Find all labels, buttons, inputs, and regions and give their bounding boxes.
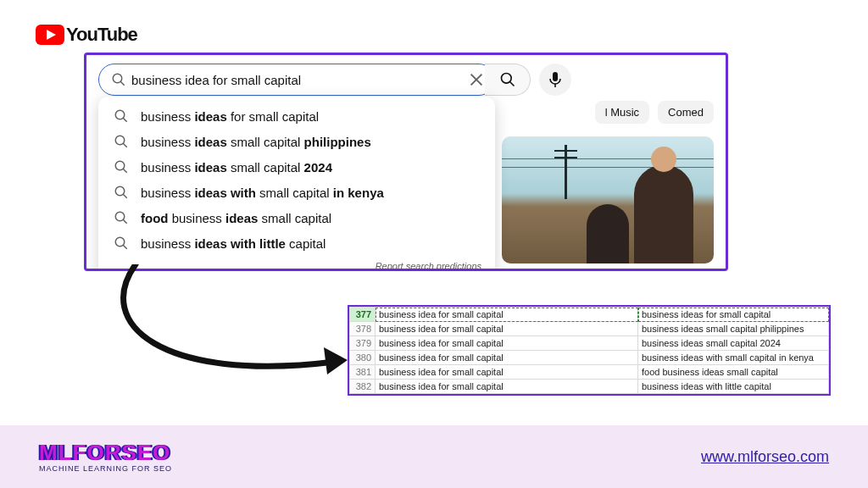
search-suggestion[interactable]: business ideas with small capital in ken… [98, 180, 495, 205]
query-cell[interactable]: business idea for small capital [376, 336, 638, 351]
svg-line-13 [123, 143, 127, 147]
row-number: 382 [350, 380, 376, 394]
clear-icon[interactable] [467, 70, 486, 89]
search-icon [111, 72, 126, 87]
search-suggestion[interactable]: business ideas small capital philippines [98, 129, 495, 154]
search-icon [114, 210, 129, 225]
voice-search-button[interactable] [539, 64, 571, 96]
svg-point-12 [115, 136, 125, 145]
query-cell[interactable]: business idea for small capital [376, 322, 638, 336]
suggestion-text: business ideas with little capital [141, 236, 326, 251]
youtube-logo: YouTube [36, 24, 137, 46]
query-cell[interactable]: business idea for small capital [376, 365, 638, 380]
footer-bar: MLFORSEO MACHINE LEARNING FOR SEO www.ml… [0, 425, 868, 488]
search-icon [114, 236, 129, 251]
suggestion-cell[interactable]: business ideas with small capital in ken… [638, 351, 829, 365]
video-thumbnail[interactable] [502, 136, 714, 263]
report-predictions-link[interactable]: Report search predictions [98, 256, 495, 271]
table-row[interactable]: 378business idea for small capitalbusine… [350, 322, 829, 336]
arrow-annotation [110, 264, 364, 391]
chip[interactable]: Comed [658, 101, 714, 124]
brand-name: MLFORSEO [39, 441, 172, 463]
row-number: 380 [350, 351, 376, 365]
spreadsheet-table: 377business idea for small capitalbusine… [349, 307, 829, 394]
spreadsheet-panel: 377business idea for small capitalbusine… [348, 305, 831, 396]
svg-point-16 [115, 186, 125, 196]
search-icon [114, 108, 129, 124]
suggestion-text: business ideas small capital 2024 [141, 160, 332, 175]
search-box[interactable] [98, 64, 495, 96]
svg-line-19 [123, 219, 127, 224]
search-button[interactable] [485, 64, 531, 96]
search-suggestions-dropdown: business ideas for small capital busines… [98, 97, 495, 271]
svg-line-7 [509, 82, 514, 86]
svg-line-17 [123, 194, 127, 198]
suggestion-cell[interactable]: food business ideas small capital [638, 365, 829, 380]
suggestion-text: business ideas small capital philippines [141, 135, 371, 149]
search-suggestion[interactable]: business ideas small capital 2024 [98, 154, 495, 180]
search-icon [114, 134, 129, 149]
suggestion-cell[interactable]: business ideas small capital 2024 [638, 336, 829, 351]
youtube-play-icon [36, 25, 64, 45]
search-suggestion[interactable]: business ideas for small capital [98, 103, 495, 129]
query-cell[interactable]: business idea for small capital [376, 380, 638, 394]
row-number: 378 [350, 322, 376, 336]
chip[interactable]: l Music [595, 101, 649, 124]
svg-point-20 [115, 237, 125, 247]
table-row[interactable]: 379business idea for small capitalbusine… [350, 336, 829, 351]
svg-point-6 [501, 74, 511, 84]
table-row[interactable]: 381business idea for small capitalfood b… [350, 365, 829, 380]
mlforseo-logo: MLFORSEO MACHINE LEARNING FOR SEO [39, 441, 172, 473]
brand-tagline: MACHINE LEARNING FOR SEO [39, 465, 172, 473]
footer-link[interactable]: www.mlforseo.com [701, 448, 829, 466]
search-suggestion[interactable]: business ideas with little capital [98, 230, 495, 256]
svg-point-2 [113, 74, 122, 83]
suggestion-cell[interactable]: business ideas for small capital [638, 308, 829, 322]
suggestion-cell[interactable]: business ideas small capital philippines [638, 322, 829, 336]
row-number: 377 [350, 308, 376, 322]
query-cell[interactable]: business idea for small capital [376, 351, 638, 365]
query-cell[interactable]: business idea for small capital [376, 308, 638, 322]
table-row[interactable]: 382business idea for small capitalbusine… [350, 380, 829, 394]
svg-point-18 [115, 212, 125, 221]
search-row [86, 55, 726, 96]
svg-line-21 [123, 245, 127, 249]
svg-point-10 [115, 110, 125, 119]
svg-line-15 [123, 169, 127, 173]
suggestion-text: business ideas with small capital in ken… [141, 186, 384, 200]
row-number: 381 [350, 365, 376, 380]
suggestion-cell[interactable]: business ideas with little capital [638, 380, 829, 394]
search-icon [114, 185, 129, 200]
svg-line-3 [120, 81, 125, 86]
svg-point-14 [115, 161, 125, 170]
microphone-icon [548, 71, 562, 88]
svg-line-11 [123, 118, 127, 122]
suggestion-text: food business ideas small capital [141, 211, 331, 225]
search-icon [499, 71, 516, 88]
table-row[interactable]: 377business idea for small capitalbusine… [350, 308, 829, 322]
youtube-label: YouTube [66, 24, 137, 46]
svg-marker-22 [324, 347, 348, 374]
suggestion-text: business ideas for small capital [141, 109, 319, 124]
search-suggestion[interactable]: food business ideas small capital [98, 205, 495, 230]
search-input[interactable] [126, 73, 467, 87]
svg-rect-8 [553, 72, 558, 81]
row-number: 379 [350, 336, 376, 351]
table-row[interactable]: 380business idea for small capitalbusine… [350, 351, 829, 365]
category-chips: l Music Comed [595, 101, 714, 124]
youtube-search-screenshot: l Music Comed business ideas for small c… [84, 53, 728, 271]
search-icon [114, 159, 129, 175]
